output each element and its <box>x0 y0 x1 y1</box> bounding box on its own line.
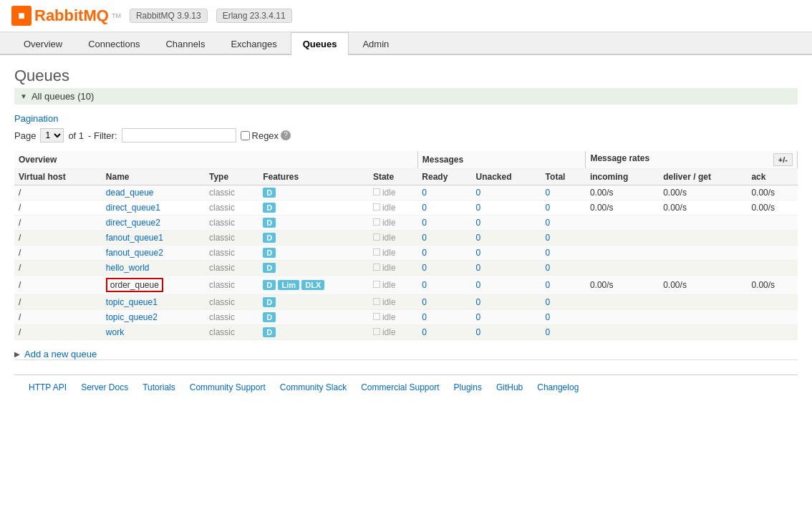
queue-name-link[interactable]: fanout_queue2 <box>106 248 163 258</box>
col-total: Total <box>541 169 586 185</box>
help-icon[interactable]: ? <box>281 130 291 140</box>
table-row: / direct_queue2 classic D idle 0 0 0 <box>14 216 798 231</box>
cell-ack <box>747 261 797 276</box>
cell-incoming <box>586 325 659 340</box>
section-header-all-queues[interactable]: ▼ All queues (10) <box>14 88 798 105</box>
cell-vhost: / <box>14 216 102 231</box>
feature-badge-d: D <box>263 327 276 337</box>
queue-name-link[interactable]: direct_queue1 <box>106 203 160 213</box>
nav-item-channels[interactable]: Channels <box>153 32 217 55</box>
queue-name-link[interactable]: hello_world <box>106 263 150 273</box>
cell-name: fanout_queue2 <box>102 246 205 261</box>
table-row: / hello_world classic D idle 0 0 0 <box>14 261 798 276</box>
add-queue-section[interactable]: ▶ Add a new queue <box>14 349 798 359</box>
col-ack: ack <box>747 169 797 185</box>
cell-type: classic <box>205 246 258 261</box>
cell-deliver-get: 0.00/s <box>659 276 747 295</box>
cell-name: topic_queue2 <box>102 310 205 325</box>
cell-features: D <box>258 246 369 261</box>
cell-incoming <box>586 295 659 310</box>
state-icon <box>373 248 380 256</box>
logo-rabbit: Rabbit <box>34 6 83 24</box>
queue-name-link[interactable]: fanout_queue1 <box>106 233 163 243</box>
cell-ack: 0.00/s <box>747 276 797 295</box>
cell-name: direct_queue2 <box>102 216 205 231</box>
queue-name-link[interactable]: work <box>106 327 124 337</box>
state-icon <box>373 313 380 320</box>
footer-link[interactable]: GitHub <box>496 382 523 392</box>
cell-incoming <box>586 216 659 231</box>
regex-label: Regex ? <box>241 130 291 141</box>
cell-name: work <box>102 325 205 340</box>
cell-deliver-get <box>659 310 747 325</box>
footer-link[interactable]: Server Docs <box>81 382 128 392</box>
add-triangle-icon: ▶ <box>14 350 20 358</box>
cell-name: topic_queue1 <box>102 295 205 310</box>
col-name: Name <box>102 169 205 185</box>
pagination-controls: Page 1 of 1 - Filter: Regex ? <box>14 128 798 142</box>
cell-name: direct_queue1 <box>102 200 205 216</box>
page-select[interactable]: 1 <box>40 128 64 142</box>
footer-link[interactable]: Plugins <box>454 382 482 392</box>
footer-link[interactable]: Tutorials <box>142 382 175 392</box>
footer-link[interactable]: Community Slack <box>280 382 347 392</box>
nav-item-exchanges[interactable]: Exchanges <box>218 32 289 55</box>
footer-link[interactable]: Changelog <box>537 382 579 392</box>
col-ready: Ready <box>417 169 471 185</box>
cell-ready: 0 <box>417 310 471 325</box>
table-row: / fanout_queue2 classic D idle 0 0 0 <box>14 246 798 261</box>
cell-name: order_queue <box>102 276 205 295</box>
footer-link[interactable]: Community Support <box>190 382 266 392</box>
nav-item-queues[interactable]: Queues <box>291 32 349 55</box>
cell-incoming: 0.00/s <box>586 185 659 200</box>
cell-incoming: 0.00/s <box>586 276 659 295</box>
cell-features: D <box>258 231 369 246</box>
cell-state: idle <box>369 261 417 276</box>
logo-tm: TM <box>112 12 121 19</box>
cell-features: D <box>258 310 369 325</box>
cell-total: 0 <box>541 246 586 261</box>
cell-deliver-get: 0.00/s <box>659 200 747 216</box>
col-features: Features <box>258 169 369 185</box>
logo-area: ■ RabbitMQ TM <box>11 6 121 26</box>
cell-incoming <box>586 231 659 246</box>
nav-item-connections[interactable]: Connections <box>76 32 152 55</box>
feature-badge-lim: Lim <box>278 280 299 290</box>
cell-total: 0 <box>541 231 586 246</box>
add-queue-label: Add a new queue <box>24 349 97 359</box>
queue-name-link[interactable]: direct_queue2 <box>106 218 160 228</box>
nav-item-admin[interactable]: Admin <box>350 32 401 55</box>
main-nav: Overview Connections Channels Exchanges … <box>0 32 812 55</box>
plus-minus-button[interactable]: +/- <box>773 153 793 166</box>
cell-state: idle <box>369 276 417 295</box>
cell-ready: 0 <box>417 185 471 200</box>
logo-mq: MQ <box>83 6 108 24</box>
cell-incoming <box>586 246 659 261</box>
cell-name: dead_queue <box>102 185 205 200</box>
footer-link[interactable]: HTTP API <box>29 382 67 392</box>
pagination-label[interactable]: Pagination <box>14 113 798 124</box>
logo-text: RabbitMQ <box>34 6 109 25</box>
queues-table: Overview Messages Message rates +/- Virt… <box>14 151 798 340</box>
cell-vhost: / <box>14 310 102 325</box>
cell-features: D Lim DLX <box>258 276 369 295</box>
filter-input[interactable] <box>122 128 236 142</box>
cell-total: 0 <box>541 325 586 340</box>
nav-item-overview[interactable]: Overview <box>11 32 74 55</box>
cell-unacked: 0 <box>472 231 541 246</box>
queue-name-link[interactable]: topic_queue1 <box>106 297 158 307</box>
col-vhost: Virtual host <box>14 169 102 185</box>
cell-type: classic <box>205 276 258 295</box>
feature-badge-d: D <box>263 233 276 243</box>
cell-total: 0 <box>541 200 586 216</box>
footer-separator <box>14 359 798 360</box>
queue-name-link[interactable]: topic_queue2 <box>106 312 158 322</box>
page-title: Queues <box>14 67 798 85</box>
footer-link[interactable]: Commercial Support <box>361 382 439 392</box>
cell-vhost: / <box>14 246 102 261</box>
queue-name-link[interactable]: dead_queue <box>106 188 154 198</box>
cell-incoming <box>586 310 659 325</box>
regex-checkbox[interactable] <box>241 131 250 140</box>
feature-badge-d: D <box>263 312 276 322</box>
cell-deliver-get <box>659 325 747 340</box>
